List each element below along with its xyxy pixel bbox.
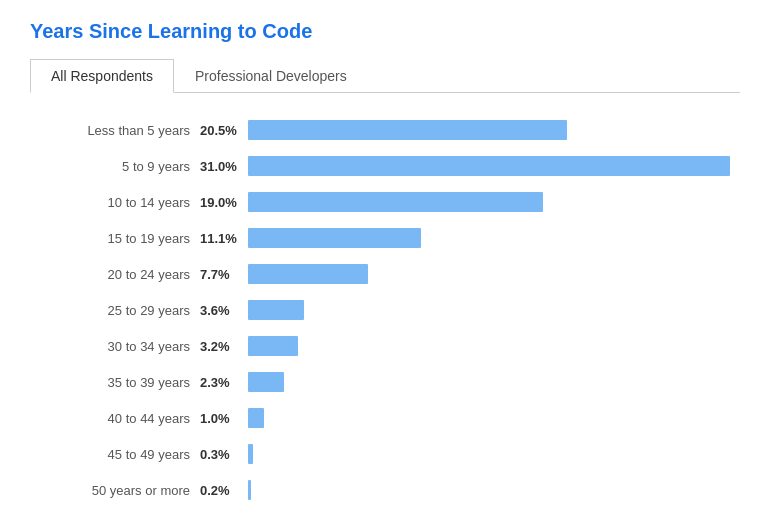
- bar-label: 10 to 14 years: [40, 195, 200, 210]
- bar-row: 15 to 19 years11.1%: [40, 225, 730, 251]
- bar-track: [248, 228, 730, 248]
- bar-fill: [248, 120, 567, 140]
- bar-pct: 7.7%: [200, 267, 248, 282]
- bar-row: 5 to 9 years31.0%: [40, 153, 730, 179]
- bar-pct: 31.0%: [200, 159, 248, 174]
- bar-pct: 3.6%: [200, 303, 248, 318]
- bar-pct: 2.3%: [200, 375, 248, 390]
- bar-label: 5 to 9 years: [40, 159, 200, 174]
- bar-fill: [248, 192, 543, 212]
- bar-fill: [248, 480, 251, 500]
- bar-row: 50 years or more0.2%: [40, 477, 730, 503]
- bar-label: 25 to 29 years: [40, 303, 200, 318]
- tabs-container: All Respondents Professional Developers: [30, 59, 740, 93]
- bar-pct: 19.0%: [200, 195, 248, 210]
- bar-track: [248, 336, 730, 356]
- bar-row: Less than 5 years20.5%: [40, 117, 730, 143]
- bar-pct: 3.2%: [200, 339, 248, 354]
- tab-all-respondents[interactable]: All Respondents: [30, 59, 174, 93]
- bar-label: 45 to 49 years: [40, 447, 200, 462]
- bar-row: 35 to 39 years2.3%: [40, 369, 730, 395]
- bar-fill: [248, 444, 253, 464]
- bar-fill: [248, 336, 298, 356]
- bar-track: [248, 120, 730, 140]
- bar-label: Less than 5 years: [40, 123, 200, 138]
- bar-label: 20 to 24 years: [40, 267, 200, 282]
- bar-pct: 1.0%: [200, 411, 248, 426]
- bar-track: [248, 408, 730, 428]
- bar-label: 50 years or more: [40, 483, 200, 498]
- bar-label: 35 to 39 years: [40, 375, 200, 390]
- bar-row: 10 to 14 years19.0%: [40, 189, 730, 215]
- bar-pct: 11.1%: [200, 231, 248, 246]
- bar-fill: [248, 228, 421, 248]
- bar-track: [248, 480, 730, 500]
- page-title: Years Since Learning to Code: [30, 20, 740, 43]
- bar-track: [248, 192, 730, 212]
- bar-track: [248, 372, 730, 392]
- bar-fill: [248, 156, 730, 176]
- bar-row: 40 to 44 years1.0%: [40, 405, 730, 431]
- bar-pct: 0.3%: [200, 447, 248, 462]
- bar-label: 30 to 34 years: [40, 339, 200, 354]
- bar-track: [248, 156, 730, 176]
- bar-fill: [248, 264, 368, 284]
- bar-fill: [248, 300, 304, 320]
- bar-row: 30 to 34 years3.2%: [40, 333, 730, 359]
- bar-track: [248, 264, 730, 284]
- bar-label: 40 to 44 years: [40, 411, 200, 426]
- bar-row: 20 to 24 years7.7%: [40, 261, 730, 287]
- bar-pct: 20.5%: [200, 123, 248, 138]
- tab-professional-developers[interactable]: Professional Developers: [174, 59, 368, 93]
- bar-pct: 0.2%: [200, 483, 248, 498]
- bar-fill: [248, 408, 264, 428]
- bar-row: 25 to 29 years3.6%: [40, 297, 730, 323]
- bar-fill: [248, 372, 284, 392]
- bar-label: 15 to 19 years: [40, 231, 200, 246]
- bar-track: [248, 300, 730, 320]
- chart-container: Less than 5 years20.5%5 to 9 years31.0%1…: [30, 117, 740, 503]
- bar-track: [248, 444, 730, 464]
- bar-row: 45 to 49 years0.3%: [40, 441, 730, 467]
